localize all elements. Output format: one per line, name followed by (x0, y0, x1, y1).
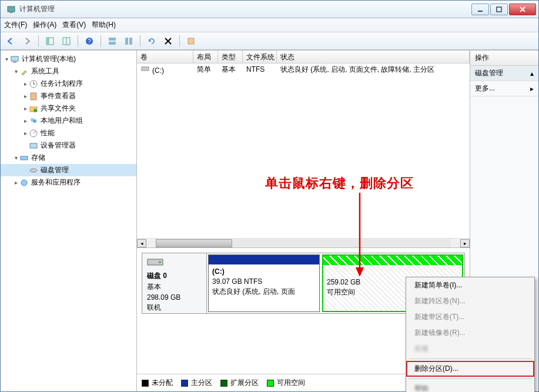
disk-size: 298.09 GB (147, 293, 202, 301)
menu-help[interactable]: 帮助 (406, 381, 534, 392)
tree-device-manager[interactable]: 设备管理器 (1, 139, 136, 152)
tree-task-scheduler[interactable]: ▸任务计划程序 (1, 78, 136, 90)
tree-label: 共享文件夹 (41, 103, 76, 113)
legend-free: 可用空间 (267, 378, 305, 388)
col-fs[interactable]: 文件系统 (243, 51, 277, 63)
folder-share-icon (29, 104, 38, 113)
tree-local-users[interactable]: ▸本地用户和组 (1, 115, 136, 127)
tree-label: 任务计划程序 (41, 79, 83, 89)
toolbar-separator (101, 35, 101, 47)
col-type[interactable]: 类型 (218, 51, 243, 63)
tree-label: 磁盘管理 (41, 165, 69, 175)
partition-free-label: 可用空间 (327, 288, 355, 296)
storage-icon (19, 153, 29, 163)
svg-rect-7 (46, 38, 49, 45)
svg-point-34 (21, 180, 27, 186)
close-button[interactable] (509, 4, 536, 15)
book-icon (29, 92, 38, 101)
tree-performance[interactable]: ▸性能 (1, 127, 136, 139)
tree-storage[interactable]: ▾存储 (1, 152, 136, 164)
partition-c[interactable]: (C:) 39.07 GB NTFS 状态良好 (系统, 启动, 页面 (208, 254, 320, 312)
col-status[interactable]: 状态 (277, 51, 470, 63)
volume-table: 卷 布局 类型 文件系统 状态 (C:) 简单 基本 NTFS 状态良好 (系统… (137, 51, 470, 248)
scroll-right-button[interactable]: ▸ (460, 239, 470, 247)
layout-button-2[interactable] (122, 35, 135, 48)
scroll-left-button[interactable]: ◂ (137, 239, 146, 247)
collapse-icon: ▴ (530, 69, 534, 78)
tree-label: 系统工具 (31, 66, 59, 76)
cell-fs: NTFS (243, 64, 277, 75)
computer-icon (10, 55, 19, 64)
menu-help[interactable]: 帮助(H) (92, 20, 116, 30)
actions-disk-mgmt[interactable]: 磁盘管理▴ (470, 66, 538, 81)
menu-new-simple-volume[interactable]: 新建简单卷(I)... (406, 277, 534, 293)
svg-rect-13 (109, 42, 116, 45)
tree-event-viewer[interactable]: ▸事件查看器 (1, 90, 136, 102)
scroll-thumb[interactable] (156, 239, 232, 247)
menu-new-mirrored-volume[interactable]: 新建镜像卷(R)... (406, 325, 534, 341)
cell-status: 状态良好 (系统, 启动, 页面文件, 故障转储, 主分区 (277, 63, 470, 76)
tree-shared-folders[interactable]: ▸共享文件夹 (1, 102, 136, 115)
svg-point-26 (34, 109, 37, 112)
col-volume[interactable]: 卷 (137, 51, 193, 63)
harddisk-icon (147, 257, 165, 269)
maximize-button[interactable] (490, 4, 508, 15)
menu-delete-partition[interactable]: 删除分区(D)... (406, 361, 534, 377)
settings-button[interactable] (185, 35, 197, 48)
svg-rect-20 (13, 61, 16, 63)
scroll-track[interactable] (156, 239, 451, 247)
layout-button-1[interactable] (106, 35, 119, 48)
window-controls (471, 4, 536, 15)
users-icon (29, 116, 38, 126)
tree-root-label: 计算机管理(本地) (22, 54, 76, 64)
tree-pane[interactable]: ▾计算机管理(本地) ▾系统工具 ▸任务计划程序 ▸事件查看器 ▸共享文件夹 ▸… (1, 51, 137, 391)
cell-layout: 简单 (193, 63, 218, 76)
toolbar-separator (38, 35, 39, 47)
view-button-2[interactable] (60, 35, 73, 48)
help-button[interactable]: ? (83, 35, 96, 48)
menu-view[interactable]: 查看(V) (62, 20, 86, 30)
annotation-arrow (351, 190, 369, 278)
tree-root[interactable]: ▾计算机管理(本地) (1, 53, 136, 65)
gear-icon (19, 178, 29, 187)
volume-row[interactable]: (C:) 简单 基本 NTFS 状态良好 (系统, 启动, 页面文件, 故障转储… (137, 63, 470, 75)
actions-more[interactable]: 更多...▸ (470, 81, 538, 96)
minimize-button[interactable] (471, 4, 489, 15)
horizontal-scrollbar[interactable]: ◂ ▸ (137, 238, 470, 247)
chevron-right-icon: ▸ (530, 85, 534, 93)
menubar: 文件(F) 操作(A) 查看(V) 帮助(H) (1, 18, 538, 32)
tree-system-tools[interactable]: ▾系统工具 (1, 65, 136, 78)
menu-new-striped-volume[interactable]: 新建带区卷(T)... (406, 309, 534, 325)
titlebar[interactable]: 计算机管理 (1, 1, 538, 18)
menu-new-raid5-volume[interactable]: 新建 (406, 341, 534, 357)
legend-primary: 主分区 (181, 378, 212, 388)
svg-rect-3 (497, 7, 501, 12)
svg-line-30 (34, 131, 36, 133)
col-layout[interactable]: 布局 (193, 51, 218, 63)
menu-action[interactable]: 操作(A) (33, 20, 56, 30)
disk-status: 联机 (147, 303, 202, 313)
svg-rect-32 (21, 156, 28, 160)
tree-disk-management[interactable]: 磁盘管理 (1, 164, 136, 176)
disk-header[interactable]: 磁盘 0 基本 298.09 GB 联机 (142, 253, 207, 313)
svg-rect-24 (31, 93, 36, 100)
volume-table-body[interactable]: (C:) 简单 基本 NTFS 状态良好 (系统, 启动, 页面文件, 故障转储… (137, 63, 470, 238)
menu-file[interactable]: 文件(F) (4, 20, 27, 30)
partition-free-stripe (323, 256, 462, 265)
refresh-button[interactable] (145, 35, 158, 48)
delete-button[interactable] (162, 35, 175, 48)
legend-extended: 扩展分区 (220, 378, 259, 388)
toolbar-separator (78, 35, 78, 47)
svg-text:?: ? (88, 38, 91, 45)
menu-new-spanned-volume[interactable]: 新建跨区卷(N)... (406, 293, 534, 309)
partition-c-stripe (209, 255, 319, 264)
forward-button[interactable] (21, 35, 34, 48)
svg-point-28 (33, 119, 36, 123)
view-button-1[interactable] (43, 35, 56, 48)
swatch-green (267, 380, 274, 387)
tree-services[interactable]: ▸服务和应用程序 (1, 176, 136, 189)
back-button[interactable] (4, 35, 17, 48)
partition-c-info: 39.07 GB NTFS (212, 277, 262, 286)
svg-rect-18 (188, 38, 194, 44)
tree-label: 本地用户和组 (41, 116, 83, 126)
